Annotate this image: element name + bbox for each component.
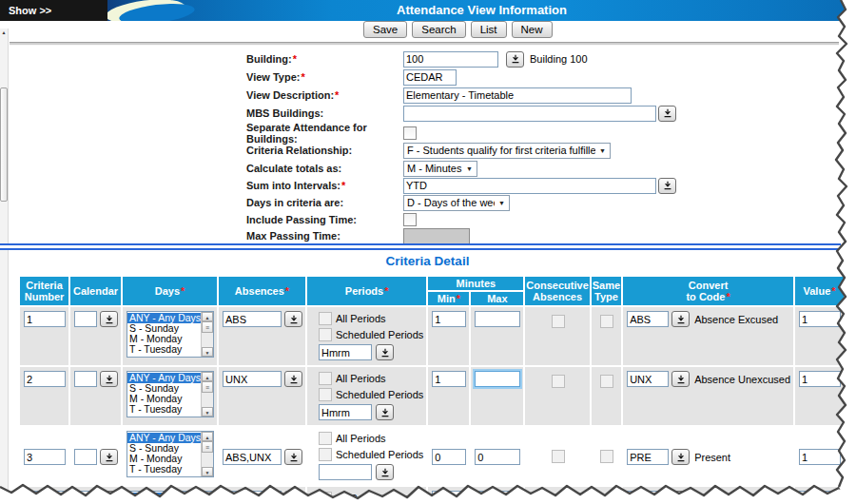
convert-code-lookup-button[interactable] [671,371,690,387]
scroll-thumb[interactable] [0,87,8,202]
absences-input[interactable] [223,311,282,327]
same-type-checkbox[interactable] [600,315,613,328]
period-code-input[interactable] [319,464,372,480]
all-periods-checkbox[interactable] [319,372,332,385]
absences-lookup-button[interactable] [284,491,302,504]
same-type-checkbox[interactable] [600,450,613,463]
calendar-input[interactable] [74,371,97,387]
sum-intervals-input[interactable] [403,178,656,194]
list-button[interactable]: List [471,21,507,38]
mbs-buildings-lookup-button[interactable] [658,106,676,122]
consecutive-absences-checkbox[interactable] [552,315,565,328]
scroll-up-icon[interactable]: ▲ [202,372,213,381]
max-input[interactable] [475,311,520,327]
min-input[interactable] [432,491,466,504]
scroll-down-icon[interactable]: ▼ [202,347,213,357]
convert-code-lookup-button[interactable] [671,491,690,504]
convert-code-input[interactable] [627,311,669,327]
calendar-input[interactable] [74,311,97,327]
calendar-input[interactable] [74,491,97,504]
convert-code-lookup-button[interactable] [671,449,690,465]
percent-input[interactable] [849,371,856,387]
absences-lookup-button[interactable] [284,371,302,387]
same-type-checkbox[interactable] [600,375,613,388]
save-button[interactable]: Save [363,21,407,38]
calendar-lookup-button[interactable] [100,449,118,465]
absences-input[interactable] [223,371,282,387]
consecutive-absences-checkbox[interactable] [552,375,565,388]
listbox-scrollbar[interactable]: ▲≡▼ [201,372,213,417]
new-button[interactable]: New [512,21,553,38]
days-listbox[interactable]: ANY - Any Days S - Sunday M - Monday T -… [126,311,214,358]
max-input[interactable] [475,491,520,504]
days-in-criteria-select[interactable]: D - Days of the week ▼ [403,195,510,211]
all-periods-checkbox[interactable] [319,432,332,445]
scroll-up-icon[interactable]: ▲ [202,492,213,501]
max-input[interactable] [475,449,520,465]
period-lookup-button[interactable] [376,344,394,360]
consecutive-absences-checkbox[interactable] [552,494,565,504]
value-input[interactable] [799,311,841,327]
criteria-relationship-select[interactable]: F - Students qualify for first criteria … [403,143,611,159]
days-option[interactable]: T - Tuesday [127,404,201,415]
days-listbox[interactable]: ANY - Any Days S - Sunday M - Monday T -… [126,371,214,417]
scroll-up-icon[interactable]: ▲ [0,29,8,37]
percent-input[interactable] [849,491,856,504]
scheduled-periods-checkbox[interactable] [319,448,332,461]
building-lookup-button[interactable] [506,51,524,68]
mbs-buildings-input[interactable] [403,106,656,122]
building-input[interactable] [403,51,498,68]
days-option[interactable]: T - Tuesday [127,344,201,355]
days-listbox[interactable]: ANY - Any Days S - Sunday M - Monday T -… [126,431,214,477]
percent-input[interactable] [849,449,856,465]
scroll-up-icon[interactable]: ▲ [202,312,213,321]
min-input[interactable] [432,449,466,465]
all-periods-checkbox[interactable] [319,312,332,325]
consecutive-absences-checkbox[interactable] [552,450,565,463]
all-periods-checkbox[interactable] [319,492,332,504]
calendar-input[interactable] [74,449,97,465]
view-description-input[interactable] [403,87,632,104]
absences-lookup-button[interactable] [284,311,302,327]
same-type-checkbox[interactable] [600,494,613,504]
calendar-lookup-button[interactable] [100,311,118,327]
days-listbox[interactable]: ANY - Any Days S - Sunday M - Monday T -… [126,491,214,504]
period-lookup-button[interactable] [376,464,394,480]
absences-input[interactable] [223,449,282,465]
min-input[interactable] [432,311,466,327]
criteria-number-input[interactable] [24,371,66,387]
separate-attendance-checkbox[interactable] [403,126,417,140]
absences-input[interactable] [223,491,282,504]
convert-code-input[interactable] [627,449,669,465]
percent-input[interactable] [849,311,856,327]
convert-code-input[interactable] [627,371,669,387]
listbox-scrollbar[interactable]: ▲≡▼ [201,492,213,504]
scroll-thumb[interactable]: ≡ [202,321,213,333]
include-passing-checkbox[interactable] [403,213,417,226]
days-option[interactable]: T - Tuesday [127,464,201,475]
vertical-scrollbar[interactable]: ▲ [0,29,9,502]
min-input[interactable] [432,371,466,387]
view-type-input[interactable] [403,69,457,86]
value-input[interactable] [799,491,841,504]
calculate-totals-select[interactable]: M - Minutes ▼ [403,161,477,177]
convert-code-input[interactable] [627,491,669,504]
scroll-thumb[interactable]: ≡ [202,441,213,453]
criteria-number-input[interactable] [24,449,66,465]
scroll-down-icon[interactable]: ▼ [202,407,213,417]
listbox-scrollbar[interactable]: ▲≡▼ [201,312,213,357]
max-input-focused[interactable] [475,371,520,387]
listbox-scrollbar[interactable]: ▲≡▼ [201,432,213,476]
period-code-input[interactable] [319,404,372,420]
show-toggle[interactable]: Show >> [0,0,107,21]
period-lookup-button[interactable] [376,404,394,420]
search-button[interactable]: Search [412,21,465,38]
value-input[interactable] [799,371,841,387]
scroll-thumb[interactable]: ≡ [202,381,213,393]
convert-code-lookup-button[interactable] [671,311,690,327]
absences-lookup-button[interactable] [284,449,302,465]
calendar-lookup-button[interactable] [100,491,118,504]
sum-intervals-lookup-button[interactable] [658,178,676,194]
criteria-number-input[interactable] [24,311,66,327]
value-input[interactable] [799,449,841,465]
